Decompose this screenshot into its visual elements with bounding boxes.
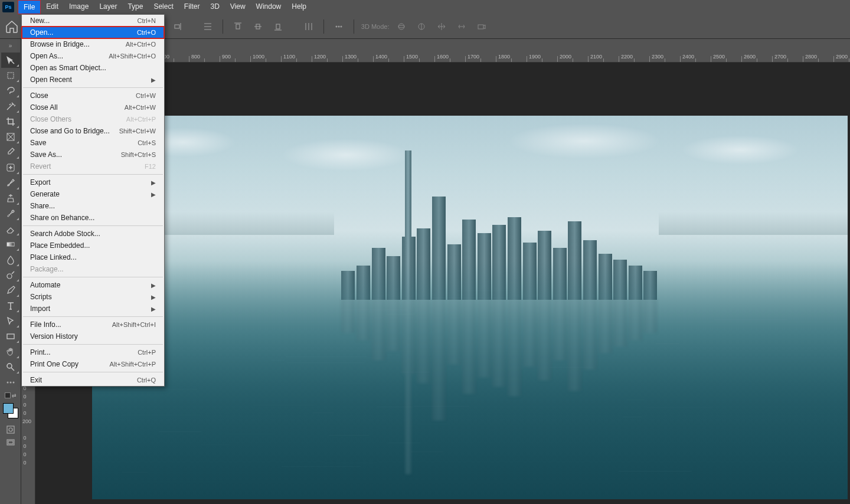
crop-tool[interactable] bbox=[1, 114, 20, 129]
menu-item-close-all[interactable]: Close AllAlt+Ctrl+W bbox=[22, 102, 164, 113]
menu-item-label: Place Linked... bbox=[30, 253, 77, 261]
menu-view[interactable]: View bbox=[225, 0, 251, 14]
type-tool[interactable] bbox=[1, 298, 20, 313]
pen-tool[interactable] bbox=[1, 283, 20, 298]
ruler-v-digit: 0 bbox=[22, 386, 27, 391]
menu-image[interactable]: Image bbox=[64, 0, 94, 14]
roll-3d-icon[interactable] bbox=[414, 19, 429, 34]
zoom-tool[interactable] bbox=[1, 359, 20, 375]
menu-filter[interactable]: Filter bbox=[179, 0, 205, 14]
edit-toolbar-icon[interactable] bbox=[1, 375, 20, 390]
lasso-tool[interactable] bbox=[1, 83, 20, 99]
align-bottom-icon[interactable] bbox=[270, 19, 286, 34]
eyedropper-tool[interactable] bbox=[1, 145, 20, 160]
distribute-v-icon[interactable] bbox=[301, 19, 316, 34]
gradient-tool[interactable] bbox=[1, 237, 20, 252]
svg-rect-10 bbox=[236, 24, 240, 29]
healing-tool[interactable] bbox=[1, 160, 20, 175]
svg-point-37 bbox=[9, 428, 12, 431]
align-right-icon[interactable] bbox=[169, 19, 185, 34]
menu-item-new[interactable]: New...Ctrl+N bbox=[22, 15, 164, 27]
menu-window[interactable]: Window bbox=[251, 0, 287, 14]
menu-item-shortcut: Alt+Shift+Ctrl+I bbox=[112, 321, 156, 328]
menu-item-shortcut: Shift+Ctrl+S bbox=[121, 151, 156, 158]
brush-tool[interactable] bbox=[1, 175, 20, 191]
artboard-tool[interactable] bbox=[1, 68, 20, 83]
blur-tool[interactable] bbox=[1, 252, 20, 267]
menu-item-file-info[interactable]: File Info...Alt+Shift+Ctrl+I bbox=[22, 319, 164, 330]
svg-point-22 bbox=[398, 25, 404, 28]
submenu-arrow-icon: ▶ bbox=[151, 294, 156, 300]
menu-item-close[interactable]: CloseCtrl+W bbox=[22, 90, 164, 102]
distribute-icon[interactable] bbox=[200, 19, 215, 34]
menu-item-place-linked[interactable]: Place Linked... bbox=[22, 251, 164, 263]
menu-item-label: Close bbox=[30, 91, 48, 100]
clone-tool[interactable] bbox=[1, 191, 20, 206]
frame-tool[interactable] bbox=[1, 129, 20, 145]
quick-mask-icon[interactable] bbox=[1, 423, 20, 436]
expand-toolbar-icon[interactable]: » bbox=[9, 41, 12, 53]
menu-item-version-history[interactable]: Version History bbox=[22, 330, 164, 342]
swap-colors-icon[interactable]: ⇄ bbox=[12, 392, 17, 398]
default-colors-icon[interactable] bbox=[5, 392, 11, 398]
menu-item-import[interactable]: Import▶ bbox=[22, 303, 164, 315]
menu-type[interactable]: Type bbox=[122, 0, 148, 14]
menu-item-label: Import bbox=[30, 305, 50, 313]
menu-separator bbox=[23, 225, 163, 226]
eraser-tool[interactable] bbox=[1, 221, 20, 237]
menu-item-generate[interactable]: Generate▶ bbox=[22, 188, 164, 200]
menu-item-search-adobe-stock[interactable]: Search Adobe Stock... bbox=[22, 228, 164, 240]
submenu-arrow-icon: ▶ bbox=[151, 179, 156, 186]
menu-item-scripts[interactable]: Scripts▶ bbox=[22, 291, 164, 303]
menu-help[interactable]: Help bbox=[286, 0, 312, 14]
menu-item-close-and-go-to-bridge[interactable]: Close and Go to Bridge...Shift+Ctrl+W bbox=[22, 125, 164, 137]
menu-item-label: Print One Copy bbox=[30, 360, 79, 368]
menu-item-export[interactable]: Export▶ bbox=[22, 176, 164, 188]
menu-item-share[interactable]: Share... bbox=[22, 200, 164, 212]
menu-layer[interactable]: Layer bbox=[94, 0, 122, 14]
move-tool[interactable] bbox=[1, 53, 20, 68]
menu-3d[interactable]: 3D bbox=[205, 0, 224, 14]
ruler-v-digit: 0 bbox=[22, 402, 27, 407]
ruler-h-label: 900 bbox=[222, 54, 231, 60]
color-swatches[interactable] bbox=[2, 402, 19, 420]
menu-item-open-as-smart-object[interactable]: Open as Smart Object... bbox=[22, 62, 164, 74]
home-icon[interactable] bbox=[5, 19, 19, 34]
menu-item-open-recent[interactable]: Open Recent▶ bbox=[22, 74, 164, 86]
pan-3d-icon[interactable] bbox=[434, 19, 449, 34]
menu-item-share-on-behance[interactable]: Share on Behance... bbox=[22, 212, 164, 224]
more-options-icon[interactable] bbox=[331, 19, 346, 34]
menu-item-place-embedded[interactable]: Place Embedded... bbox=[22, 240, 164, 251]
path-select-tool[interactable] bbox=[1, 313, 20, 329]
svg-point-33 bbox=[6, 382, 8, 384]
svg-rect-39 bbox=[8, 441, 13, 444]
menu-item-browse-in-bridge[interactable]: Browse in Bridge...Alt+Ctrl+O bbox=[22, 38, 164, 50]
dodge-tool[interactable] bbox=[1, 267, 20, 283]
camera-3d-icon[interactable] bbox=[474, 19, 489, 34]
foreground-color-swatch[interactable] bbox=[3, 403, 14, 414]
menu-item-save[interactable]: SaveCtrl+S bbox=[22, 137, 164, 149]
menu-file[interactable]: File bbox=[18, 0, 41, 14]
menu-item-print-one-copy[interactable]: Print One CopyAlt+Shift+Ctrl+P bbox=[22, 358, 164, 370]
screen-mode-icon[interactable] bbox=[1, 436, 20, 449]
menu-item-open[interactable]: Open...Ctrl+O bbox=[22, 27, 164, 38]
orbit-3d-icon[interactable] bbox=[394, 19, 409, 34]
ruler-h-label: 2900 bbox=[836, 54, 848, 60]
menu-item-open-as[interactable]: Open As...Alt+Shift+Ctrl+O bbox=[22, 50, 164, 62]
rectangle-tool[interactable] bbox=[1, 329, 20, 344]
ruler-h-label: 2300 bbox=[652, 54, 663, 60]
ruler-v-digit: 0 bbox=[22, 460, 27, 465]
align-top-icon[interactable] bbox=[230, 19, 246, 34]
hand-tool[interactable] bbox=[1, 344, 20, 359]
svg-rect-14 bbox=[276, 24, 280, 29]
align-middle-icon[interactable] bbox=[250, 19, 266, 34]
menu-select[interactable]: Select bbox=[148, 0, 178, 14]
menu-item-save-as[interactable]: Save As...Shift+Ctrl+S bbox=[22, 149, 164, 161]
history-brush-tool[interactable] bbox=[1, 206, 20, 221]
slide-3d-icon[interactable] bbox=[454, 19, 469, 34]
menu-item-exit[interactable]: ExitCtrl+Q bbox=[22, 374, 164, 386]
magic-wand-tool[interactable] bbox=[1, 99, 20, 114]
menu-item-automate[interactable]: Automate▶ bbox=[22, 279, 164, 291]
menu-edit[interactable]: Edit bbox=[41, 0, 64, 14]
menu-item-print[interactable]: Print...Ctrl+P bbox=[22, 346, 164, 358]
